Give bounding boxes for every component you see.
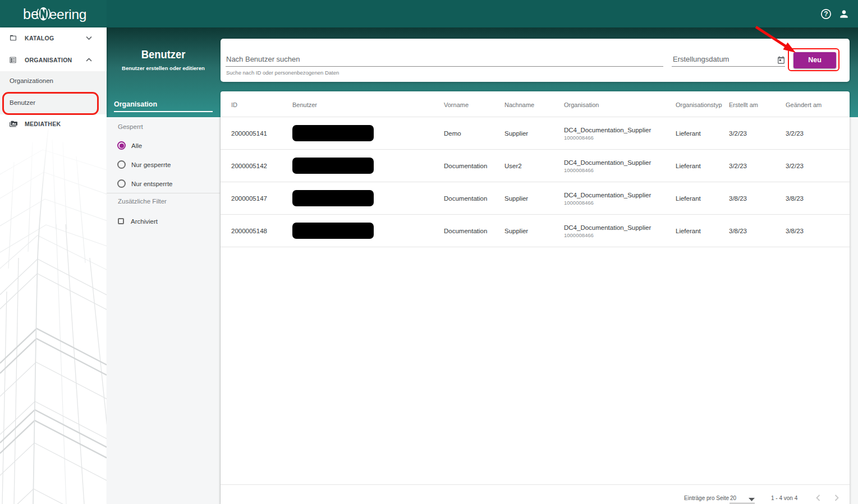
svg-text:be: be <box>23 6 39 22</box>
svg-text:?: ? <box>824 10 828 18</box>
svg-text:eering: eering <box>49 7 86 22</box>
